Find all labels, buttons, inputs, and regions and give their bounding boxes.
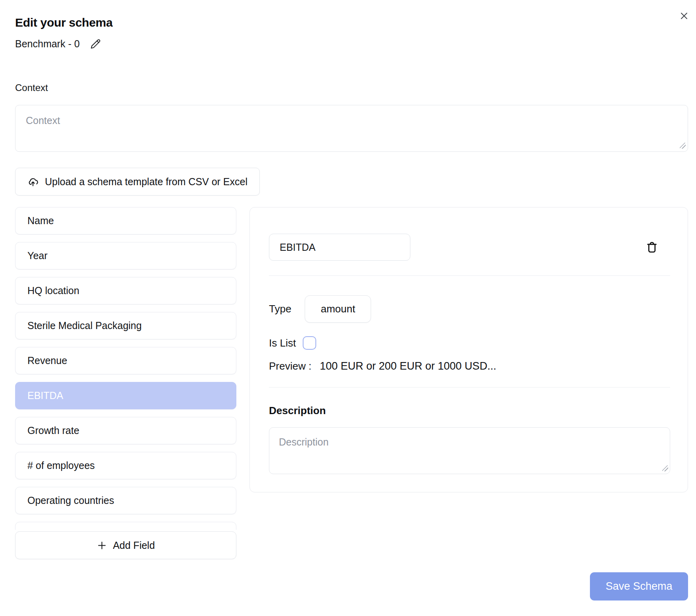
- context-input[interactable]: [15, 105, 688, 152]
- field-item-name[interactable]: Name: [15, 207, 236, 234]
- save-schema-button[interactable]: Save Schema: [590, 572, 688, 601]
- type-value-chip[interactable]: amount: [305, 295, 371, 323]
- field-item-num-employees[interactable]: # of employees: [15, 452, 236, 479]
- close-icon: [679, 11, 689, 21]
- field-item-hq-location[interactable]: HQ location: [15, 277, 236, 304]
- field-item-ebitda-selected[interactable]: EBITDA: [15, 382, 236, 409]
- upload-schema-template-button[interactable]: Upload a schema template from CSV or Exc…: [15, 168, 260, 196]
- field-item-operating-countries[interactable]: Operating countries: [15, 487, 236, 514]
- page-title: Edit your schema: [15, 16, 688, 29]
- field-item-clipped[interactable]: [15, 522, 236, 530]
- add-field-button[interactable]: Add Field: [15, 531, 236, 559]
- preview-value: 100 EUR or 200 EUR or 1000 USD...: [320, 360, 496, 372]
- add-field-label: Add Field: [113, 540, 155, 551]
- field-item-sterile-medical-packaging[interactable]: Sterile Medical Packaging: [15, 312, 236, 339]
- schema-name: Benchmark - 0: [15, 38, 80, 50]
- delete-field-button[interactable]: [645, 240, 659, 254]
- upload-button-label: Upload a schema template from CSV or Exc…: [45, 176, 247, 188]
- description-label: Description: [269, 405, 670, 417]
- pencil-icon: [90, 39, 101, 49]
- close-button[interactable]: [676, 8, 692, 24]
- field-name-input[interactable]: [269, 234, 410, 261]
- field-item-year[interactable]: Year: [15, 242, 236, 269]
- edit-schema-modal: Edit your schema Benchmark - 0 Context U…: [0, 0, 696, 616]
- edit-schema-name-button[interactable]: [90, 39, 101, 49]
- divider: [269, 275, 670, 276]
- field-item-revenue[interactable]: Revenue: [15, 347, 236, 374]
- cloud-upload-icon: [27, 176, 39, 187]
- description-input[interactable]: [269, 427, 670, 474]
- field-editor-card: Type amount Is List Preview : 100 EUR or…: [249, 207, 688, 492]
- main-section: Name Year HQ location Sterile Medical Pa…: [15, 207, 688, 559]
- trash-icon: [645, 240, 659, 254]
- type-label: Type: [269, 303, 291, 315]
- footer: Save Schema: [15, 572, 688, 601]
- preview-label: Preview :: [269, 360, 311, 372]
- field-item-growth-rate[interactable]: Growth rate: [15, 417, 236, 444]
- is-list-label: Is List: [269, 337, 296, 349]
- schema-name-row: Benchmark - 0: [15, 38, 688, 50]
- is-list-checkbox[interactable]: [303, 336, 316, 350]
- field-list: Name Year HQ location Sterile Medical Pa…: [15, 207, 236, 530]
- field-list-column: Name Year HQ location Sterile Medical Pa…: [15, 207, 236, 559]
- plus-icon: [97, 540, 107, 551]
- divider: [269, 387, 670, 387]
- context-label: Context: [15, 82, 688, 93]
